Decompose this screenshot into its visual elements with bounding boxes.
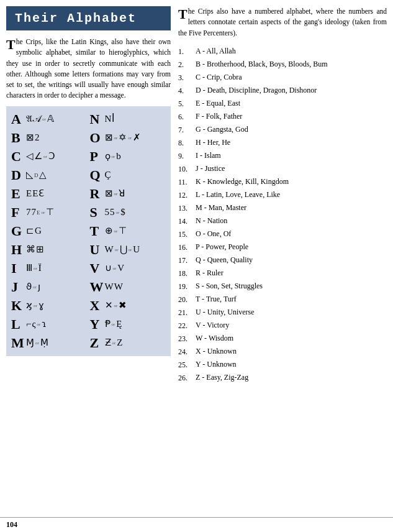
alpha-row-k: K ϗ or ɣ xyxy=(11,296,88,315)
list-text: O - One, Of xyxy=(196,229,231,240)
list-item: 14.N - Nation xyxy=(178,216,387,227)
list-text: Q - Queen, Quality xyxy=(196,255,253,266)
right-intro-body: he Crips also have a numbered alphabet, … xyxy=(178,7,387,37)
list-text: J - Justice xyxy=(196,163,225,175)
list-number: 12. xyxy=(178,190,196,201)
right-intro-text: T he Crips also have a numbered alphabet… xyxy=(178,6,387,39)
list-item: 19.S - Son, Set, Struggles xyxy=(178,281,387,292)
list-item: 12.L - Latin, Love, Leave, Like xyxy=(178,190,387,201)
alpha-row-h: H ⌘ ⊞ xyxy=(11,241,88,259)
list-text: V - Victory xyxy=(196,320,229,331)
list-number: 1. xyxy=(178,46,196,57)
list-text: S - Son, Set, Struggles xyxy=(196,281,263,292)
alpha-row-l: L ⌐ ς or ɿ xyxy=(11,315,88,334)
list-item: 4.D - Death, Discipline, Dragon, Dishono… xyxy=(178,85,387,96)
alpha-row-b: B ⊠ 2 xyxy=(11,129,88,147)
list-text: W - Wisdom xyxy=(196,333,233,344)
list-text: F - Folk, Father xyxy=(196,111,242,122)
list-item: 25.Y - Unknown xyxy=(178,359,387,370)
alpha-row-z: Z Ƶ or Z xyxy=(90,334,166,352)
list-text: P - Power, People xyxy=(196,242,248,253)
alpha-row-g: G ⊏ G xyxy=(11,222,88,241)
list-text: L - Latin, Love, Leave, Like xyxy=(196,190,280,201)
list-item: 15.O - One, Of xyxy=(178,229,387,240)
list-text: C - Crip, Cobra xyxy=(196,72,242,83)
page-number-bar: 104 xyxy=(0,517,393,532)
dropcap-t: T xyxy=(6,38,16,52)
list-item: 13.M - Man, Master xyxy=(178,203,387,214)
list-number: 23. xyxy=(178,333,196,344)
alpha-row-e: E Ε Ε Ɛ xyxy=(11,185,88,203)
alpha-row-f: F 7 7 E or ⊤ xyxy=(11,203,88,222)
list-number: 13. xyxy=(178,203,196,214)
alpha-row-q: Q Ç xyxy=(90,166,166,185)
list-text: Y - Unknown xyxy=(196,359,237,370)
right-dropcap: T xyxy=(178,7,187,21)
list-item: 7.G - Gangsta, God xyxy=(178,124,387,135)
list-item: 6.F - Folk, Father xyxy=(178,111,387,122)
list-text: H - Her, He xyxy=(196,137,230,149)
list-item: 10.J - Justice xyxy=(178,163,387,175)
page-number: 104 xyxy=(6,520,17,529)
alpha-row-a: A 𝔄 𝒜 or 𝔸 xyxy=(11,110,88,129)
list-item: 8.H - Her, He xyxy=(178,137,387,149)
alphabet-left: A 𝔄 𝒜 or 𝔸 B ⊠ 2 C xyxy=(11,110,88,352)
list-item: 5.E - Equal, East xyxy=(178,98,387,109)
list-number: 5. xyxy=(178,98,196,109)
list-number: 11. xyxy=(178,177,196,188)
list-number: 22. xyxy=(178,320,196,331)
alpha-row-y: Y Ᵽ or Ę xyxy=(90,315,166,334)
list-number: 6. xyxy=(178,111,196,122)
list-text: G - Gangsta, God xyxy=(196,124,248,135)
list-number: 8. xyxy=(178,137,196,149)
alpha-row-t: T ⊕ or ⊤ xyxy=(90,222,166,241)
list-text: X - Unknown xyxy=(196,346,237,357)
alpha-row-s: S 5 5 or $ xyxy=(90,203,166,222)
alphabet-right: N N ꟾ O ⊠ or ✡ or ✗ xyxy=(90,110,166,352)
list-text: M - Man, Master xyxy=(196,203,246,214)
numbered-alphabet-list: 1.A - All, Allah2.B - Brotherhood, Black… xyxy=(178,46,387,383)
intro-body: he Crips, like the Latin Kings, also hav… xyxy=(6,38,171,99)
list-text: I - Islam xyxy=(196,150,221,162)
alpha-row-r: R ⊠ or ꓤ xyxy=(90,185,166,203)
list-text: N - Nation xyxy=(196,216,227,227)
alpha-row-j: J ϑ or ȷ xyxy=(11,278,88,296)
alpha-row-i: I Ⅲ or Ï xyxy=(11,259,88,278)
list-item: 16.P - Power, People xyxy=(178,242,387,253)
left-column: Their Alphabet T he Crips, like the Lati… xyxy=(6,6,171,511)
list-text: B - Brotherhood, Black, Boys, Bloods, Bu… xyxy=(196,59,328,70)
alpha-row-u: U W or ⋃ or U xyxy=(90,241,166,259)
list-number: 24. xyxy=(178,346,196,357)
alpha-row-m: M Ɱ or Ṃ xyxy=(11,334,88,352)
list-number: 2. xyxy=(178,59,196,70)
alpha-row-p: P ϙ or b xyxy=(90,147,166,166)
left-intro-text: T he Crips, like the Latin Kings, also h… xyxy=(6,37,171,101)
section-title: Their Alphabet xyxy=(6,6,171,30)
list-number: 20. xyxy=(178,294,196,305)
list-item: 22.V - Victory xyxy=(178,320,387,331)
alpha-row-v: V ∪ or V xyxy=(90,259,166,278)
list-item: 1.A - All, Allah xyxy=(178,46,387,57)
list-item: 18.R - Ruler xyxy=(178,268,387,279)
list-number: 3. xyxy=(178,72,196,83)
list-number: 17. xyxy=(178,255,196,266)
list-item: 24.X - Unknown xyxy=(178,346,387,357)
list-item: 23.W - Wisdom xyxy=(178,333,387,344)
list-text: K - Knowledge, Kill, Kingdom xyxy=(196,177,289,188)
alpha-row-d: D ◺ D △ xyxy=(11,166,88,185)
alpha-row-x: X ✕ or ✖ xyxy=(90,296,166,315)
list-text: D - Death, Discipline, Dragon, Dishonor xyxy=(196,85,317,96)
list-text: R - Ruler xyxy=(196,268,224,279)
right-column: T he Crips also have a numbered alphabet… xyxy=(178,6,387,511)
list-text: T - True, Turf xyxy=(196,294,237,305)
alpha-row-o: O ⊠ or ✡ or ✗ xyxy=(90,129,166,147)
list-item: 2.B - Brotherhood, Black, Boys, Bloods, … xyxy=(178,59,387,70)
list-number: 18. xyxy=(178,268,196,279)
list-number: 4. xyxy=(178,85,196,96)
list-item: 26.Z - Easy, Zig-Zag xyxy=(178,372,387,383)
list-number: 16. xyxy=(178,242,196,253)
list-text: A - All, Allah xyxy=(196,46,236,57)
alphabet-grid: A 𝔄 𝒜 or 𝔸 B ⊠ 2 C xyxy=(6,106,171,356)
list-number: 25. xyxy=(178,359,196,370)
list-item: 3.C - Crip, Cobra xyxy=(178,72,387,83)
